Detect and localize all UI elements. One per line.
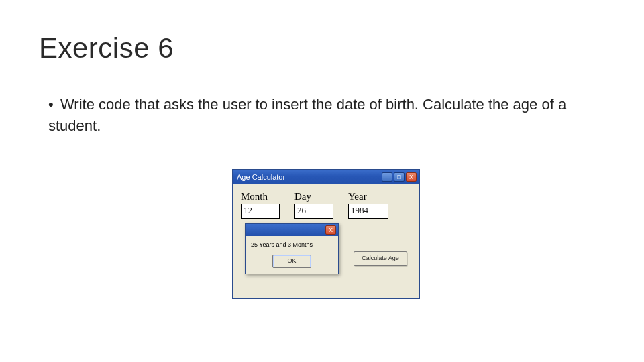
year-field-group: Year 1984 — [348, 191, 388, 219]
maximize-button[interactable]: □ — [394, 172, 405, 182]
message-body: 25 Years and 3 Months OK — [246, 236, 338, 274]
month-label: Month — [241, 191, 268, 202]
bullet-list: •Write code that asks the user to insert… — [48, 94, 598, 137]
message-titlebar: X — [246, 224, 338, 236]
slide: Exercise 6 •Write code that asks the use… — [0, 0, 644, 362]
result-message-box: X 25 Years and 3 Months OK — [245, 223, 339, 274]
window-titlebar: Age Calculator _ □ X — [233, 170, 419, 184]
message-close-button[interactable]: X — [325, 225, 336, 235]
app-figure: Age Calculator _ □ X Month 12 Day 26 — [232, 169, 419, 299]
year-label: Year — [348, 191, 367, 202]
bullet-text: Write code that asks the user to insert … — [48, 96, 566, 134]
ok-button[interactable]: OK — [272, 255, 311, 268]
window-control-buttons: _ □ X — [382, 172, 417, 182]
close-button[interactable]: X — [406, 172, 417, 182]
date-fields-row: Month 12 Day 26 Year 1984 — [241, 191, 411, 219]
slide-title: Exercise 6 — [39, 32, 174, 64]
month-input[interactable]: 12 — [241, 204, 280, 219]
day-label: Day — [294, 191, 311, 202]
age-calculator-window: Age Calculator _ □ X Month 12 Day 26 — [232, 169, 420, 299]
message-text: 25 Years and 3 Months — [250, 241, 334, 253]
window-title: Age Calculator — [235, 173, 382, 181]
window-body: Month 12 Day 26 Year 1984 Calculate Age — [233, 184, 419, 298]
year-input[interactable]: 1984 — [348, 204, 388, 219]
day-field-group: Day 26 — [294, 191, 333, 219]
bullet-dot: • — [48, 94, 60, 115]
calculate-age-button[interactable]: Calculate Age — [354, 251, 407, 266]
day-input[interactable]: 26 — [294, 204, 333, 219]
month-field-group: Month 12 — [241, 191, 280, 219]
minimize-button[interactable]: _ — [382, 172, 392, 182]
